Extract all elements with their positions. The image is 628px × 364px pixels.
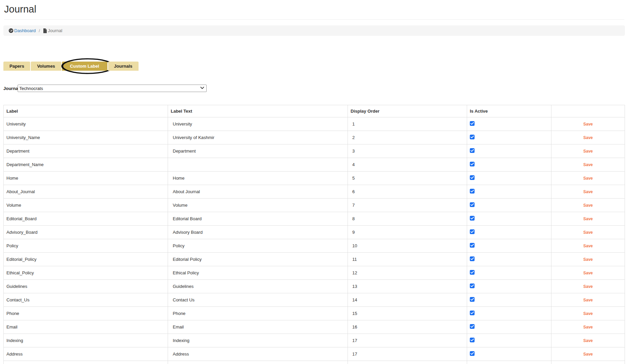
is-active-checkbox[interactable] — [470, 256, 475, 261]
save-button[interactable]: Save — [583, 135, 593, 140]
save-button[interactable]: Save — [583, 338, 593, 343]
cell-label-text: Volume — [168, 199, 348, 212]
cell-save: Save — [551, 307, 625, 320]
cell-label-text: Guidelines — [168, 280, 348, 293]
cell-display-order: 8 — [348, 212, 467, 226]
table-row: Address Address 17 Save — [4, 347, 625, 361]
is-active-checkbox[interactable] — [470, 229, 475, 234]
is-active-checkbox[interactable] — [470, 270, 475, 275]
table-row: University_Name University of Kashmir 2 … — [4, 131, 625, 144]
is-active-checkbox[interactable] — [470, 162, 475, 166]
save-button[interactable]: Save — [583, 122, 593, 127]
cell-is-active — [467, 253, 551, 266]
cell-display-order: 9 — [348, 226, 467, 239]
table-row: Ethical_Policy Ethical Policy 12 Save — [4, 266, 625, 280]
cell-label-text: Editorial Board — [168, 212, 348, 226]
cell-save: Save — [551, 239, 625, 253]
column-header-is-active: Is Active — [467, 105, 551, 117]
cell-display-order: 1 — [348, 117, 467, 131]
is-active-checkbox[interactable] — [470, 243, 475, 248]
save-button[interactable]: Save — [583, 352, 593, 357]
is-active-checkbox[interactable] — [470, 283, 475, 288]
cell-label: About_Journal — [4, 185, 168, 199]
cell-save: Save — [551, 117, 625, 131]
tab-volumes[interactable]: Volumes — [31, 62, 61, 71]
column-header-actions — [551, 105, 625, 117]
cell-label: Paper — [4, 361, 168, 364]
save-button[interactable]: Save — [583, 325, 593, 329]
cell-is-active — [467, 320, 551, 334]
table-row: Indexing Indexing 17 Save — [4, 334, 625, 347]
cell-is-active — [467, 158, 551, 172]
cell-display-order: 14 — [348, 293, 467, 307]
breadcrumb: Dashboard / Journal — [3, 25, 625, 36]
save-button[interactable]: Save — [583, 257, 593, 262]
column-header-display-order: Display Order — [348, 105, 467, 117]
file-icon — [43, 28, 47, 33]
tab-journals[interactable]: Journals — [108, 62, 139, 71]
save-button[interactable]: Save — [583, 298, 593, 302]
cell-display-order: 18 — [348, 361, 467, 364]
is-active-checkbox[interactable] — [470, 338, 475, 342]
cell-save: Save — [551, 280, 625, 293]
cell-is-active — [467, 293, 551, 307]
breadcrumb-dashboard[interactable]: Dashboard — [8, 28, 36, 33]
cell-label-text: Indexing — [168, 334, 348, 347]
cell-label: Editorial_Board — [4, 212, 168, 226]
table-row: Editorial_Policy Editorial Policy 11 Sav… — [4, 253, 625, 266]
save-button[interactable]: Save — [583, 271, 593, 275]
save-button[interactable]: Save — [583, 217, 593, 221]
cell-display-order: 17 — [348, 334, 467, 347]
cell-is-active — [467, 185, 551, 199]
is-active-checkbox[interactable] — [470, 175, 475, 180]
table-row: Editorial_Board Editorial Board 8 Save — [4, 212, 625, 226]
is-active-checkbox[interactable] — [470, 189, 475, 194]
is-active-checkbox[interactable] — [470, 311, 475, 315]
table-row: Contact_Us Contact Us 14 Save — [4, 293, 625, 307]
save-button[interactable]: Save — [583, 176, 593, 181]
is-active-checkbox[interactable] — [470, 216, 475, 221]
tab-papers[interactable]: Papers — [3, 62, 30, 71]
breadcrumb-dashboard-link[interactable]: Dashboard — [14, 28, 36, 33]
cell-label: Volume — [4, 199, 168, 212]
save-button[interactable]: Save — [583, 162, 593, 167]
save-button[interactable]: Save — [583, 284, 593, 289]
cell-is-active — [467, 239, 551, 253]
cell-display-order: 7 — [348, 199, 467, 212]
cell-is-active — [467, 347, 551, 361]
cell-is-active — [467, 361, 551, 364]
journal-select[interactable]: Technocrats — [18, 85, 207, 92]
cell-label-text: Phone — [168, 307, 348, 320]
tab-custom-label[interactable]: Custom Label — [62, 62, 107, 71]
cell-save: Save — [551, 361, 625, 364]
is-active-checkbox[interactable] — [470, 297, 475, 302]
save-button[interactable]: Save — [583, 230, 593, 235]
cell-is-active — [467, 144, 551, 158]
breadcrumb-current: Journal — [43, 28, 62, 33]
is-active-checkbox[interactable] — [470, 135, 475, 139]
cell-display-order: 16 — [348, 320, 467, 334]
cell-save: Save — [551, 185, 625, 199]
is-active-checkbox[interactable] — [470, 121, 475, 126]
is-active-checkbox[interactable] — [470, 324, 475, 329]
is-active-checkbox[interactable] — [470, 202, 475, 207]
cell-display-order: 6 — [348, 185, 467, 199]
is-active-checkbox[interactable] — [470, 351, 475, 356]
table-row: Volume Volume 7 Save — [4, 199, 625, 212]
cell-display-order: 12 — [348, 266, 467, 280]
save-button[interactable]: Save — [583, 203, 593, 208]
cell-save: Save — [551, 226, 625, 239]
cell-label: University_Name — [4, 131, 168, 144]
cell-label-text: Contact Us — [168, 293, 348, 307]
save-button[interactable]: Save — [583, 189, 593, 194]
save-button[interactable]: Save — [583, 149, 593, 154]
save-button[interactable]: Save — [583, 311, 593, 316]
title-divider — [4, 19, 624, 20]
cell-label-text: University of Kashmir — [168, 131, 348, 144]
cell-label-text: Email — [168, 320, 348, 334]
is-active-checkbox[interactable] — [470, 148, 475, 153]
save-button[interactable]: Save — [583, 244, 593, 248]
journal-admin-page: Journal Dashboard / J — [0, 0, 628, 364]
cell-is-active — [467, 226, 551, 239]
cell-label: Address — [4, 347, 168, 361]
